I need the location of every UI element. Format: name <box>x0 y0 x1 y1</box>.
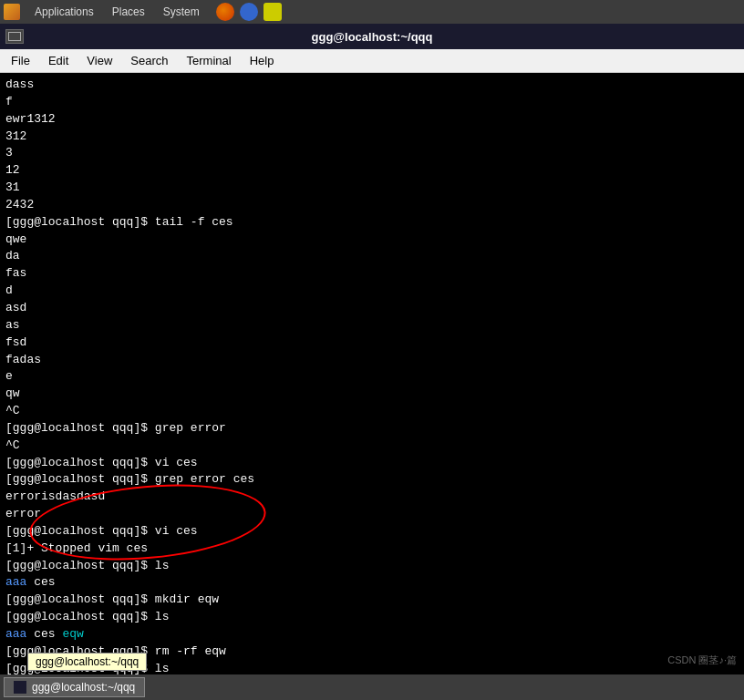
terminal-line: 312 <box>5 129 739 146</box>
bookmark-icon[interactable] <box>240 3 258 21</box>
menu-terminal[interactable]: Terminal <box>180 51 239 70</box>
terminal-line: fsd <box>5 335 739 352</box>
terminal-line: asd <box>5 300 739 317</box>
terminal-line: [ggg@localhost qqq]$ ls <box>5 609 739 626</box>
terminal-line: 2432 <box>5 197 739 214</box>
watermark: CSDN 圈茎♪·篇 <box>660 650 744 671</box>
terminal-line: [ggg@localhost qqq]$ grep error ces <box>5 471 739 489</box>
tooltip-popup: ggg@localhost:~/qqq <box>27 653 147 671</box>
terminal-line: errorisdasdasd <box>5 489 739 506</box>
taskbar: ggg@localhost:~/qqq <box>0 674 744 700</box>
terminal-line: dass <box>5 77 739 94</box>
places-menu[interactable]: Places <box>107 4 150 20</box>
terminal-line: 31 <box>5 180 739 197</box>
terminal-line: 3 <box>5 145 739 162</box>
applications-menu[interactable]: Applications <box>29 4 99 20</box>
terminal-line: [ggg@localhost qqq]$ grep error <box>5 420 739 438</box>
window-title: ggg@localhost:~/qqq <box>312 30 433 44</box>
apps-icon <box>4 4 20 20</box>
menu-help[interactable]: Help <box>243 51 282 70</box>
terminal-line: 12 <box>5 162 739 180</box>
terminal-line: d <box>5 283 739 300</box>
system-bar: Applications Places System <box>0 0 744 24</box>
edit-icon[interactable] <box>264 3 282 21</box>
terminal-taskbar-icon <box>14 681 26 694</box>
terminal-line: [ggg@localhost qqq]$ mkdir eqw <box>5 592 739 609</box>
terminal-line: qw <box>5 386 739 403</box>
title-bar: ggg@localhost:~/qqq <box>0 24 744 49</box>
terminal-line: [1]+ Stopped vim ces <box>5 540 739 558</box>
terminal-line: f <box>5 94 739 111</box>
terminal-output[interactable]: dassfewr1312312312312432[ggg@localhost q… <box>0 73 744 674</box>
menu-bar: File Edit View Search Terminal Help <box>0 49 744 73</box>
taskbar-terminal[interactable]: ggg@localhost:~/qqq <box>4 677 145 697</box>
terminal-line: ewr1312 <box>5 111 739 129</box>
menu-search[interactable]: Search <box>123 51 175 70</box>
menu-file[interactable]: File <box>4 51 37 70</box>
terminal-icon <box>5 29 24 44</box>
terminal-line: e <box>5 368 739 386</box>
terminal-line: error <box>5 506 739 523</box>
terminal-line: ^C <box>5 403 739 420</box>
terminal-line: aaa ces <box>5 574 739 592</box>
terminal-line: [ggg@localhost qqq]$ ls <box>5 558 739 575</box>
terminal-line: [ggg@localhost qqq]$ vi ces <box>5 455 739 472</box>
firefox-icon[interactable] <box>216 3 234 21</box>
terminal-line: [ggg@localhost qqq]$ tail -f ces <box>5 214 739 232</box>
menu-edit[interactable]: Edit <box>41 51 76 70</box>
terminal-line: ^C <box>5 438 739 455</box>
terminal-line: da <box>5 248 739 265</box>
taskbar-label: ggg@localhost:~/qqq <box>32 681 135 694</box>
terminal-line: [ggg@localhost qqq]$ vi ces <box>5 523 739 540</box>
terminal-line: fadas <box>5 352 739 369</box>
terminal-line: aaa ces eqw <box>5 626 739 643</box>
menu-view[interactable]: View <box>79 51 119 70</box>
terminal-line: as <box>5 317 739 335</box>
system-menu[interactable]: System <box>158 4 205 20</box>
terminal-line: qwe <box>5 232 739 249</box>
terminal-line: fas <box>5 265 739 283</box>
